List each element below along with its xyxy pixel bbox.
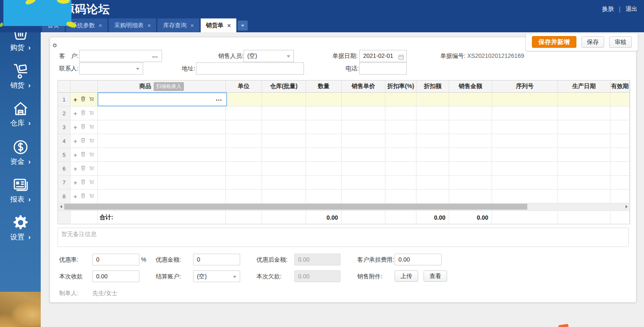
cart-icon[interactable] bbox=[89, 96, 94, 103]
grid-cell[interactable] bbox=[98, 120, 226, 134]
grid-cell[interactable] bbox=[342, 93, 385, 106]
grid-cell[interactable] bbox=[98, 189, 226, 203]
tab-close-icon[interactable]: × bbox=[147, 22, 151, 29]
add-row-icon[interactable]: + bbox=[73, 179, 77, 186]
salesperson-select[interactable]: (空) bbox=[243, 50, 294, 62]
grid-cell[interactable] bbox=[492, 93, 558, 106]
remark-textarea[interactable] bbox=[58, 228, 629, 247]
grid-cell[interactable] bbox=[610, 120, 630, 134]
account-select[interactable]: (空) bbox=[193, 270, 240, 282]
add-row-icon[interactable]: + bbox=[73, 152, 77, 158]
tab-采购明细表[interactable]: 采购明细表× bbox=[109, 18, 156, 32]
delete-row-icon[interactable] bbox=[81, 96, 86, 103]
delete-row-icon[interactable] bbox=[81, 123, 86, 131]
grid-cell[interactable] bbox=[342, 106, 385, 120]
grid-cell[interactable] bbox=[342, 148, 385, 162]
grid-cell[interactable] bbox=[385, 134, 416, 148]
discount-rate-input[interactable]: 0 bbox=[92, 254, 139, 265]
customer-fee-input[interactable]: 0.00 bbox=[395, 254, 442, 265]
cart-icon[interactable] bbox=[89, 165, 94, 172]
grid-cell[interactable] bbox=[449, 148, 492, 162]
sidebar-item-reports[interactable]: 报表› bbox=[0, 176, 41, 204]
tab-库存查询[interactable]: 库存查询× bbox=[157, 18, 199, 32]
grid-cell[interactable] bbox=[306, 176, 342, 189]
contact-select[interactable] bbox=[79, 62, 143, 75]
delete-row-icon[interactable] bbox=[81, 109, 86, 117]
grid-cell[interactable] bbox=[98, 162, 226, 176]
grid-cell[interactable] bbox=[98, 134, 226, 148]
customer-picker-button[interactable]: … bbox=[152, 50, 158, 61]
tab-销货单[interactable]: 销货单× bbox=[201, 18, 236, 32]
product-input-focused[interactable]: … bbox=[98, 93, 227, 106]
horizontal-scrollbar[interactable] bbox=[58, 203, 630, 211]
grid-cell[interactable] bbox=[306, 162, 342, 176]
add-row-icon[interactable]: + bbox=[73, 193, 77, 200]
grid-cell[interactable] bbox=[342, 176, 385, 189]
scrollbar-thumb[interactable] bbox=[64, 204, 527, 210]
grid-cell[interactable] bbox=[610, 162, 630, 176]
grid-cell[interactable] bbox=[416, 189, 449, 203]
grid-cell[interactable] bbox=[610, 176, 630, 189]
grid-cell[interactable] bbox=[492, 162, 558, 176]
grid-cell[interactable] bbox=[306, 148, 342, 162]
grid-cell[interactable] bbox=[492, 176, 558, 189]
address-input[interactable] bbox=[196, 62, 304, 75]
grid-cell[interactable] bbox=[492, 106, 558, 120]
grid-cell[interactable] bbox=[342, 134, 385, 148]
grid-cell[interactable] bbox=[226, 189, 262, 203]
cart-icon[interactable] bbox=[89, 123, 94, 131]
grid-cell[interactable] bbox=[306, 120, 342, 134]
grid-cell[interactable] bbox=[226, 162, 262, 176]
tab-close-icon[interactable]: × bbox=[190, 22, 194, 29]
grid-cell[interactable] bbox=[342, 120, 385, 134]
grid-cell[interactable] bbox=[262, 93, 306, 106]
grid-cell[interactable] bbox=[492, 189, 558, 203]
logout-link[interactable]: 退出 bbox=[626, 5, 637, 13]
grid-cell[interactable] bbox=[226, 148, 262, 162]
cart-icon[interactable] bbox=[89, 137, 94, 145]
tab-close-icon[interactable]: × bbox=[228, 22, 231, 29]
grid-cell[interactable] bbox=[558, 93, 610, 106]
grid-cell[interactable] bbox=[385, 106, 416, 120]
grid-cell[interactable] bbox=[226, 176, 262, 189]
grid-cell[interactable] bbox=[492, 148, 558, 162]
grid-cell[interactable] bbox=[306, 189, 342, 203]
grid-cell[interactable] bbox=[449, 162, 492, 176]
scan-gun-entry-badge[interactable]: 扫描枪录入 bbox=[154, 82, 184, 91]
phone-input[interactable] bbox=[359, 62, 407, 75]
grid-cell[interactable] bbox=[385, 176, 416, 189]
grid-cell[interactable] bbox=[226, 120, 262, 134]
grid-cell[interactable] bbox=[226, 134, 262, 148]
grid-cell[interactable] bbox=[416, 176, 449, 189]
grid-cell[interactable] bbox=[306, 134, 342, 148]
sidebar-item-warehouse[interactable]: 仓库› bbox=[0, 100, 41, 128]
delete-row-icon[interactable] bbox=[81, 151, 86, 158]
upload-button[interactable]: 上传 bbox=[395, 270, 418, 282]
grid-cell[interactable] bbox=[416, 162, 449, 176]
product-picker-button[interactable]: … bbox=[215, 95, 223, 102]
delete-row-icon[interactable] bbox=[81, 192, 86, 200]
grid-cell[interactable] bbox=[342, 162, 385, 176]
grid-cell[interactable] bbox=[262, 134, 306, 148]
grid-cell[interactable] bbox=[558, 148, 610, 162]
sidebar-item-funds[interactable]: 资金› bbox=[0, 138, 41, 166]
grid-cell[interactable] bbox=[558, 189, 610, 203]
grid-cell[interactable] bbox=[416, 106, 449, 120]
grid-cell[interactable] bbox=[558, 162, 610, 176]
gear-icon[interactable] bbox=[52, 42, 58, 48]
save-button[interactable]: 保存 bbox=[581, 36, 604, 48]
grid-cell[interactable] bbox=[226, 93, 262, 106]
grid-cell[interactable] bbox=[262, 106, 306, 120]
grid-cell[interactable] bbox=[262, 162, 306, 176]
grid-cell[interactable] bbox=[492, 134, 558, 148]
customer-input[interactable]: … bbox=[79, 50, 162, 62]
grid-cell[interactable] bbox=[449, 189, 492, 203]
grid-cell[interactable] bbox=[98, 176, 226, 189]
cart-icon[interactable] bbox=[89, 109, 94, 117]
grid-cell[interactable] bbox=[449, 176, 492, 189]
grid-cell[interactable] bbox=[610, 106, 630, 120]
save-and-new-button[interactable]: 保存并新增 bbox=[532, 36, 576, 48]
grid-cell[interactable] bbox=[416, 134, 449, 148]
date-input[interactable]: 2021-02-01 bbox=[359, 50, 407, 62]
delete-row-icon[interactable] bbox=[81, 137, 86, 145]
